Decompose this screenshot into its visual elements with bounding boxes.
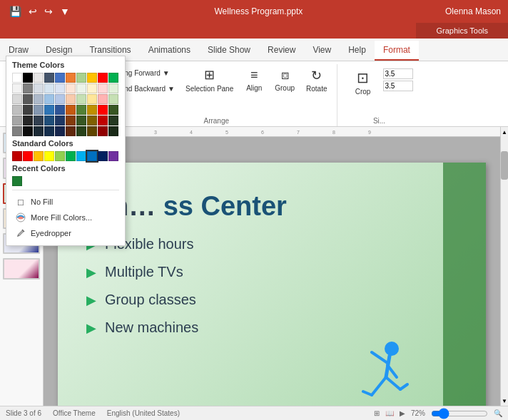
theme-color-swatch[interactable] [66, 126, 76, 136]
standard-color-swatch[interactable] [87, 151, 97, 161]
tab-animations[interactable]: Animations [140, 41, 199, 61]
height-input[interactable] [383, 68, 413, 79]
theme-color-swatch[interactable] [23, 116, 33, 126]
theme-color-swatch[interactable] [12, 116, 22, 126]
theme-color-swatch[interactable] [87, 83, 97, 93]
tab-review[interactable]: Review [259, 41, 304, 61]
theme-color-swatch[interactable] [55, 105, 65, 115]
theme-color-swatch[interactable] [66, 73, 76, 83]
theme-color-swatch[interactable] [44, 105, 54, 115]
eyedropper-item[interactable]: Eyedropper [12, 225, 119, 241]
theme-color-swatch[interactable] [12, 73, 22, 83]
theme-color-swatch[interactable] [55, 94, 65, 104]
theme-color-swatch[interactable] [66, 116, 76, 126]
theme-color-swatch[interactable] [108, 116, 118, 126]
crop-button[interactable]: ⊡ Crop [346, 67, 380, 98]
theme-color-swatch[interactable] [76, 105, 86, 115]
tab-format[interactable]: Format [375, 41, 419, 61]
more-colors-item[interactable]: More Fill Colors... [12, 210, 119, 225]
width-input[interactable] [383, 81, 413, 91]
theme-color-swatch[interactable] [98, 116, 108, 126]
theme-color-swatch[interactable] [87, 126, 97, 136]
no-fill-item[interactable]: □ No Fill [12, 194, 119, 210]
theme-color-swatch[interactable] [23, 83, 33, 93]
send-backward-dropdown[interactable]: ▼ [168, 85, 175, 93]
theme-color-swatch[interactable] [98, 105, 108, 115]
theme-color-swatch[interactable] [44, 126, 54, 136]
bring-forward-dropdown[interactable]: ▼ [163, 69, 170, 77]
zoom-slider[interactable] [431, 410, 488, 417]
theme-color-swatch[interactable] [98, 73, 108, 83]
theme-color-swatch[interactable] [76, 126, 86, 136]
theme-color-swatch[interactable] [76, 116, 86, 126]
theme-color-swatch[interactable] [87, 105, 97, 115]
theme-color-swatch[interactable] [12, 105, 22, 115]
vertical-scrollbar[interactable]: ▲ ▼ [500, 127, 508, 406]
theme-color-swatch[interactable] [23, 126, 33, 136]
theme-color-swatch[interactable] [34, 83, 44, 93]
theme-color-swatch[interactable] [87, 94, 97, 104]
theme-color-swatch[interactable] [44, 83, 54, 93]
zoom-icon[interactable]: 🔍 [494, 409, 502, 417]
theme-color-swatch[interactable] [44, 94, 54, 104]
customize-icon[interactable]: ▼ [58, 4, 72, 19]
theme-color-swatch[interactable] [98, 83, 108, 93]
standard-color-swatch[interactable] [108, 151, 118, 161]
theme-color-swatch[interactable] [76, 94, 86, 104]
theme-color-swatch[interactable] [12, 126, 22, 136]
theme-color-swatch[interactable] [87, 73, 97, 83]
undo-icon[interactable]: ↩ [26, 4, 39, 19]
theme-color-swatch[interactable] [66, 105, 76, 115]
scroll-up-button[interactable]: ▲ [501, 127, 508, 137]
theme-color-swatch[interactable] [66, 94, 76, 104]
theme-color-swatch[interactable] [12, 94, 22, 104]
thumbnail-6[interactable] [3, 258, 40, 279]
tab-view[interactable]: View [304, 41, 340, 61]
theme-color-swatch[interactable] [23, 94, 33, 104]
theme-color-swatch[interactable] [108, 126, 118, 136]
theme-color-swatch[interactable] [66, 83, 76, 93]
scroll-down-button[interactable]: ▼ [501, 396, 508, 406]
view-normal-btn[interactable]: ⊞ [374, 409, 380, 417]
tab-help[interactable]: Help [340, 41, 375, 61]
theme-color-swatch[interactable] [55, 116, 65, 126]
theme-color-swatch[interactable] [76, 83, 86, 93]
tab-slideshow[interactable]: Slide Show [199, 41, 259, 61]
theme-color-swatch[interactable] [34, 126, 44, 136]
theme-color-swatch[interactable] [87, 116, 97, 126]
recent-color-swatch[interactable] [12, 176, 22, 186]
standard-color-swatch[interactable] [34, 151, 44, 161]
view-slideshow-btn[interactable]: ▶ [400, 409, 405, 417]
theme-color-swatch[interactable] [55, 83, 65, 93]
standard-color-swatch[interactable] [23, 151, 33, 161]
theme-color-swatch[interactable] [108, 105, 118, 115]
theme-color-swatch[interactable] [34, 94, 44, 104]
theme-color-swatch[interactable] [34, 73, 44, 83]
theme-color-swatch[interactable] [98, 126, 108, 136]
save-icon[interactable]: 💾 [7, 4, 24, 19]
theme-color-swatch[interactable] [44, 73, 54, 83]
selection-pane-button[interactable]: ⊞ Selection Pane [182, 66, 237, 96]
standard-color-swatch[interactable] [76, 151, 86, 161]
theme-color-swatch[interactable] [34, 116, 44, 126]
scroll-thumb[interactable] [501, 151, 508, 180]
theme-color-swatch[interactable] [34, 105, 44, 115]
standard-color-swatch[interactable] [44, 151, 54, 161]
theme-color-swatch[interactable] [23, 73, 33, 83]
group-button[interactable]: ⧈ Group [271, 66, 298, 94]
theme-color-swatch[interactable] [108, 83, 118, 93]
theme-color-swatch[interactable] [108, 73, 118, 83]
theme-color-swatch[interactable] [55, 126, 65, 136]
standard-color-swatch[interactable] [12, 151, 22, 161]
theme-color-swatch[interactable] [44, 116, 54, 126]
theme-color-swatch[interactable] [23, 105, 33, 115]
view-reading-btn[interactable]: 📖 [385, 409, 394, 417]
standard-color-swatch[interactable] [66, 151, 76, 161]
standard-color-swatch[interactable] [98, 151, 108, 161]
theme-color-swatch[interactable] [76, 73, 86, 83]
align-button[interactable]: ≡ Align [241, 66, 267, 94]
redo-icon[interactable]: ↪ [42, 4, 55, 19]
theme-color-swatch[interactable] [98, 94, 108, 104]
standard-color-swatch[interactable] [55, 151, 65, 161]
theme-color-swatch[interactable] [55, 73, 65, 83]
